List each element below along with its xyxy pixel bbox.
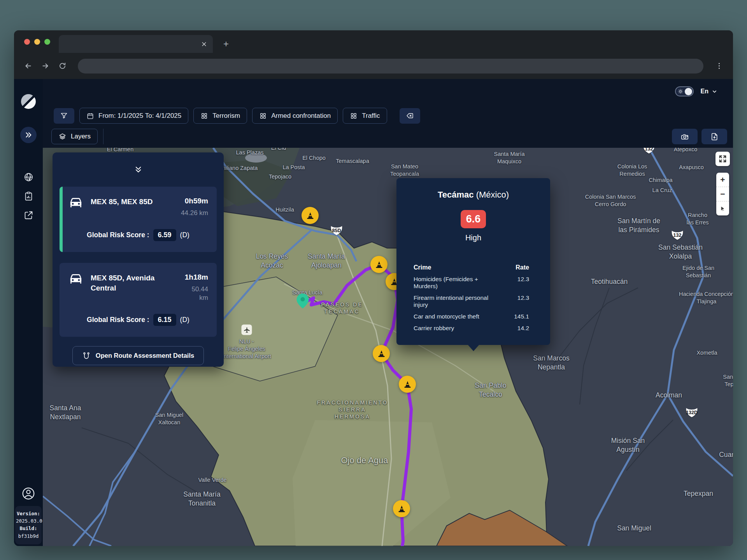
layers-button[interactable]: Layers	[51, 129, 98, 144]
forward-button[interactable]	[38, 59, 52, 73]
map-label: Chimalpa	[649, 177, 672, 184]
filter-chip-armed-confrontation[interactable]: Armed confrontation	[252, 108, 338, 124]
car-icon	[68, 271, 84, 287]
traffic-incident-marker[interactable]	[373, 345, 390, 362]
map-label: Acolman	[656, 391, 682, 400]
external-link-icon	[23, 210, 34, 220]
version-value: 2025.03.0	[16, 518, 42, 524]
close-window-button[interactable]	[24, 39, 30, 45]
highway-shield: 85D	[330, 225, 344, 238]
expand-sidebar-button[interactable]	[20, 127, 37, 143]
risk-grade: (D)	[180, 316, 189, 324]
toolbar-divider	[103, 129, 103, 144]
traffic-incident-marker[interactable]	[302, 207, 319, 224]
map-label: Axapusco	[679, 164, 704, 171]
browser-menu-icon[interactable]	[712, 59, 726, 73]
route-card-alternative[interactable]: MEX 85D, Avenida Central 1h18m 50.44 km …	[60, 263, 217, 337]
sidebar-item-reports[interactable]	[23, 190, 34, 202]
app-logo	[21, 94, 36, 109]
airport-icon	[242, 325, 252, 335]
traffic-incident-marker[interactable]	[393, 500, 410, 517]
map-canvas[interactable]: El CarmenLas PlazasEl CidEl ChopoTemasca…	[43, 148, 733, 546]
window-controls[interactable]	[24, 39, 50, 45]
zoom-in-button[interactable]: +	[716, 173, 729, 187]
highway-shield: 132	[642, 148, 656, 156]
file-download-icon	[710, 132, 719, 141]
route-name: MEX 85D, Avenida Central	[91, 273, 183, 293]
calendar-icon	[86, 112, 94, 120]
fullscreen-button[interactable]	[715, 152, 730, 166]
car-icon	[68, 195, 84, 211]
version-label: Version:	[16, 510, 41, 517]
popup-title: Tecámac (México)	[396, 190, 550, 200]
map-label: Santa María Tonanitla	[183, 490, 220, 508]
zoom-controls: + −	[716, 173, 729, 215]
language-selector[interactable]: En	[701, 88, 717, 95]
popup-place-name: Tecámac	[438, 190, 474, 200]
url-field[interactable]	[78, 59, 703, 74]
camera-icon	[680, 132, 689, 141]
risk-score-label: Global Risk Score :	[87, 231, 149, 239]
origin-pin[interactable]	[294, 292, 311, 310]
chip-label: Traffic	[362, 112, 380, 120]
map-label: San P Tepe	[723, 373, 733, 388]
rate-column-header: Rate	[504, 264, 529, 271]
minimize-window-button[interactable]	[34, 39, 40, 45]
route-name: MEX 85, MEX 85D	[91, 197, 181, 207]
version-info: Version: 2025.03.0 Build: bf31b9d	[15, 506, 42, 545]
grid-icon	[200, 112, 208, 120]
map-label: Teotihuacán	[591, 277, 628, 286]
traffic-incident-marker[interactable]	[399, 376, 416, 393]
map-label: Colonia San Marcos Cerro Gordo	[585, 193, 636, 208]
tilt-arrow-icon	[719, 205, 726, 212]
reload-button[interactable]	[55, 59, 69, 73]
funnel-icon	[60, 112, 68, 120]
clear-filters-button[interactable]	[400, 108, 420, 124]
filter-chip-terrorism[interactable]: Terrorism	[193, 108, 247, 124]
globe-bolt-icon	[23, 172, 34, 182]
traffic-incident-marker[interactable]	[370, 256, 388, 273]
filter-chip-traffic[interactable]: Traffic	[343, 108, 387, 124]
screenshot-button[interactable]	[672, 129, 698, 144]
popup-country: (México)	[474, 190, 509, 200]
sidebar-item-external-link[interactable]	[23, 209, 34, 221]
risk-score-value: 6.59	[153, 229, 176, 241]
export-report-button[interactable]	[701, 129, 727, 144]
highway-shield: 132	[670, 229, 684, 242]
details-button-label: Open Route Assessment Details	[96, 352, 194, 359]
sidebar-item-global-risk[interactable]	[23, 171, 34, 183]
new-tab-button[interactable]: +	[219, 37, 233, 51]
map-label: Tepojaco	[269, 173, 291, 180]
build-value: bf31b9d	[18, 533, 39, 539]
tilt-control-button[interactable]	[716, 201, 729, 215]
map-label: San Martín de las Pirámides	[617, 217, 660, 234]
map-label: Los Reyes Acozac	[256, 252, 288, 270]
route-duration: 1h18m	[183, 273, 208, 282]
map-label: Rancho las Erres	[686, 212, 708, 226]
open-route-assessment-button[interactable]: Open Route Assessment Details	[72, 346, 204, 365]
map-label: FRACCIONAMIENTO SIERRA HERMOSA	[317, 399, 388, 420]
map-label: La Cruz	[652, 187, 672, 194]
zoom-out-button[interactable]: −	[716, 187, 729, 201]
filter-toolbar: From: 1/1/2025 To: 4/1/2025 Terrorism Ar…	[43, 104, 733, 128]
browser-tab[interactable]	[59, 35, 213, 53]
map-label: Temascalapa	[336, 158, 369, 165]
tab-close-icon[interactable]	[201, 41, 207, 47]
language-label: En	[701, 88, 708, 95]
account-button[interactable]	[21, 486, 35, 500]
route-card-selected[interactable]: MEX 85, MEX 85D 0h59m 44.26 km Global Ri…	[60, 187, 217, 252]
sun-icon	[677, 88, 684, 94]
risk-score-label: Global Risk Score :	[87, 316, 149, 324]
browser-address-bar	[14, 53, 733, 79]
map-label: San Miguel Xaltocan	[155, 411, 184, 426]
collapse-panel-button[interactable]	[53, 152, 224, 187]
map-label: Hacienda Concepción Tlajinga	[679, 290, 733, 305]
map-label: Valle Verde	[198, 476, 226, 484]
chip-label: Armed confrontation	[271, 112, 331, 120]
theme-toggle[interactable]	[675, 86, 694, 96]
filter-button[interactable]	[54, 108, 74, 124]
layers-icon	[58, 133, 67, 141]
date-range-chip[interactable]: From: 1/1/2025 To: 4/1/2025	[79, 108, 188, 124]
maximize-window-button[interactable]	[44, 39, 50, 45]
back-button[interactable]	[21, 59, 35, 73]
